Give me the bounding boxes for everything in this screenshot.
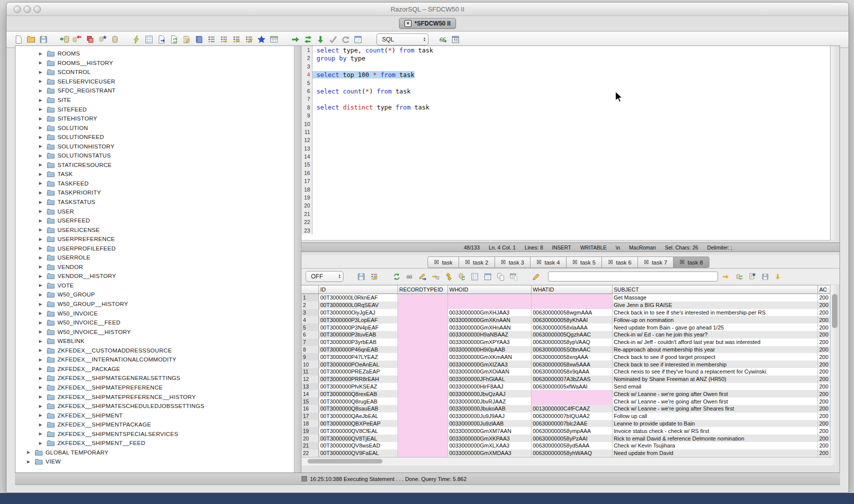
save-row-icon[interactable] (760, 272, 770, 282)
cell-whatid[interactable]: 006300000058wgmAAA (531, 309, 612, 316)
cell-id[interactable]: 00T3000000POeAnEAL (318, 360, 398, 368)
cell-subject[interactable]: Follow-up on nomination (612, 316, 818, 324)
limit-select[interactable]: OFF ▲▼ (306, 271, 344, 282)
edit-row-icon[interactable] (418, 272, 428, 282)
disclosure-triangle-icon[interactable]: ▶ (27, 450, 32, 454)
document-tab[interactable]: × *SFDCW50 II (399, 18, 456, 29)
tree-item[interactable]: ▶ ZKFEDEX__SHIPMATEPREFERENCE__HISTORY (16, 392, 294, 402)
cell-id[interactable]: 00T3000000Q8sauEAB (318, 405, 398, 412)
disclosure-triangle-icon[interactable]: ▶ (39, 218, 44, 223)
tree-item[interactable]: ▶ ROOMS__HISTORY (16, 58, 294, 68)
grid-vertical-scrollbar[interactable] (830, 285, 840, 465)
save-results-icon[interactable] (356, 272, 366, 282)
cell-whatid[interactable]: 006300000058ympAAA (531, 427, 612, 434)
editor-line[interactable]: 4 select top 100 * from task (302, 70, 830, 78)
execute-forward-icon[interactable] (290, 34, 300, 44)
results-list-icon[interactable] (450, 34, 460, 44)
cell-whatid[interactable] (531, 390, 612, 398)
tree-item[interactable]: ▶ ZKFEDEX__SHIPMATESCHEDULEDJOBSSETTINGS (16, 402, 294, 411)
cell-whatid[interactable]: 006300000058ypVAAQ (531, 338, 612, 346)
cell-whatid[interactable]: 006300000058xrqAAA (531, 353, 612, 360)
find-next-icon[interactable] (721, 272, 731, 282)
goto-row-icon[interactable] (430, 272, 440, 282)
editor-line[interactable]: 16 (302, 169, 830, 177)
rollback-icon[interactable] (340, 34, 350, 44)
disclosure-triangle-icon[interactable]: ▶ (39, 181, 44, 186)
cell-id[interactable]: 00T3000000P47LYEAZ (318, 353, 398, 360)
cell-subject[interactable]: Get Massage (612, 294, 818, 302)
tree-item[interactable]: ▶ STATICRESOURCE (16, 160, 294, 170)
cell-subject[interactable]: Check w/ Leanne - we're going after Owen… (612, 390, 818, 398)
cell-recordtypeid[interactable] (398, 309, 448, 316)
table-row[interactable]: 7 00T3000000P3yrbEAB 0033000000GmXPYAA3 … (302, 338, 832, 346)
disclosure-triangle-icon[interactable]: ▶ (39, 70, 44, 74)
result-tab[interactable]: ☒ task 7 (638, 256, 674, 268)
tree-item[interactable]: ▶ SOLUTION (16, 123, 294, 132)
cell-whatid[interactable]: 006300000058yhWAAQ (531, 450, 612, 457)
cell-subject[interactable]: Leanne to provide update to Bain (612, 420, 818, 428)
cell-ac[interactable]: 200 (818, 331, 832, 338)
cell-whoid[interactable]: 0033000000GmXKnAAN (448, 316, 531, 324)
code-text[interactable]: group by type (312, 54, 366, 62)
cell-id[interactable]: 00T3000000L0RknEAF (318, 294, 398, 302)
cell-recordtypeid[interactable] (398, 398, 448, 405)
refresh-results-icon[interactable] (392, 272, 402, 282)
new-database-icon[interactable] (98, 34, 108, 44)
cell-subject[interactable]: Invoice status check - check w/ RS first (612, 427, 818, 434)
code-text[interactable]: select distinct type from task (312, 104, 430, 111)
disclosure-triangle-icon[interactable]: ▶ (39, 366, 44, 371)
copy-results-icon[interactable] (496, 272, 506, 282)
cell-whoid[interactable]: 0033000000GmXIZAA3 (448, 360, 531, 368)
cell-ac[interactable]: 200 (818, 324, 832, 331)
editor-line[interactable]: 22 (302, 218, 830, 226)
cell-recordtypeid[interactable] (398, 346, 448, 354)
editor-line[interactable]: 7 (302, 95, 830, 103)
cell-recordtypeid[interactable] (398, 302, 448, 309)
editor-line[interactable]: 10 (302, 120, 830, 128)
cell-id[interactable]: 00T3000000P3LopEAF (318, 316, 398, 324)
disclosure-triangle-icon[interactable]: ▶ (39, 88, 44, 93)
tree-item[interactable]: ▶ ZKFEDEX__INTERNATIONALCOMMODITY (16, 355, 294, 364)
tree-item[interactable]: ▶ TASKPRIORITY (16, 188, 294, 198)
cell-whatid[interactable]: 00630000005QgzhAAC (531, 331, 612, 338)
tree-item[interactable]: ▶ W50_INVOICE (16, 308, 294, 318)
editor-line[interactable]: 8 select distinct type from task (302, 104, 830, 112)
tree-item[interactable]: ▶ TASK (16, 170, 294, 179)
editor-line[interactable]: 15 (302, 160, 830, 168)
cell-id[interactable]: 00T3000000P46qnEAB (318, 346, 398, 354)
cell-whatid[interactable]: 006300000058x9qAAA (531, 368, 612, 376)
disclosure-triangle-icon[interactable]: ▶ (39, 311, 44, 316)
table-row[interactable]: 20 00T3000000QV8TjEAL 0033000000GmXKPAA3… (302, 434, 832, 442)
disclosure-triangle-icon[interactable]: ▶ (39, 60, 44, 65)
result-tab[interactable]: ☒ task 3 (494, 256, 530, 268)
disclosure-triangle-icon[interactable]: ▶ (39, 237, 44, 242)
cell-recordtypeid[interactable] (398, 412, 448, 420)
disclosure-triangle-icon[interactable]: ▶ (39, 162, 44, 167)
editor-line[interactable]: 17 (302, 177, 830, 185)
tree-item[interactable]: ▶ ROOMS (16, 49, 294, 58)
editor-line[interactable]: 14 (302, 152, 830, 160)
panel-splitter[interactable] (294, 46, 302, 472)
table-row[interactable]: 6 00T3000000P3tuvEAB 0033000000H9aNBAAZ … (302, 331, 832, 338)
tree-item[interactable]: ▶ ZKFEDEX__SHIPMENT (16, 410, 294, 420)
sort-rows-icon[interactable] (444, 272, 454, 282)
editor-line[interactable]: 6 select count(*) from task (302, 87, 830, 95)
tree-item[interactable]: ▶ ZKFEDEX__SHIPMENT__FEED (16, 438, 294, 448)
tree-item[interactable]: ▶ USERFEED (16, 216, 294, 226)
disclosure-triangle-icon[interactable]: ▶ (39, 283, 44, 288)
grid-hscroll-thumb[interactable] (308, 459, 382, 464)
cell-whatid[interactable] (531, 294, 612, 302)
tree-item[interactable]: ▶ TASKFEED (16, 179, 294, 188)
cell-id[interactable]: 00T3000000QV8CfEAL (318, 427, 398, 434)
filter-results-icon[interactable] (369, 272, 379, 282)
tree-item[interactable]: ▶ W50_GROUP (16, 290, 294, 300)
cell-whoid[interactable]: 0033000000H9i0pAAB (448, 346, 531, 354)
move-down-icon[interactable] (773, 272, 783, 282)
favorites-icon[interactable] (256, 34, 266, 44)
cell-recordtypeid[interactable] (398, 360, 448, 368)
cell-recordtypeid[interactable] (398, 434, 448, 442)
cell-recordtypeid[interactable] (398, 338, 448, 346)
disclosure-triangle-icon[interactable]: ▶ (39, 394, 44, 399)
close-tab-icon[interactable]: ☒ (680, 260, 684, 265)
zoom-window-button[interactable] (34, 6, 41, 13)
